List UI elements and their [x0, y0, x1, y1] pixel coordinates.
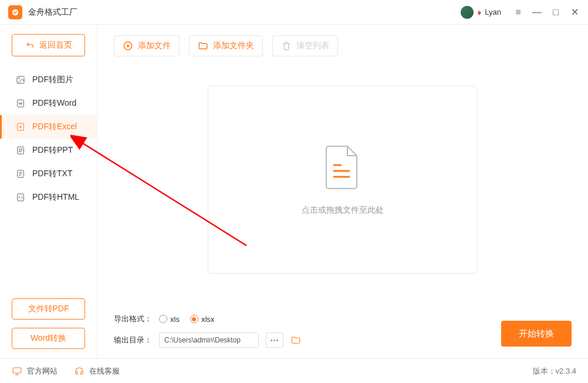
radio-xls[interactable]: xls — [159, 315, 180, 324]
sidebar: 返回首页 PDF转图片 PDF转Word PDF转Excel PDF转PPT P… — [0, 25, 97, 358]
document-icon — [324, 144, 361, 191]
sidebar-item-pdf-to-txt[interactable]: PDF转TXT — [0, 162, 97, 186]
official-website-link[interactable]: 官方网站 — [12, 366, 58, 377]
ppt-icon — [16, 146, 25, 155]
button-label: 开始转换 — [519, 328, 554, 340]
button-label: 添加文件 — [138, 41, 171, 51]
svg-rect-5 — [18, 147, 24, 154]
dropzone-hint: 点击或拖拽文件至此处 — [302, 205, 384, 216]
sidebar-item-label: PDF转Word — [32, 98, 76, 109]
link-label: 在线客服 — [89, 366, 120, 377]
open-folder-icon[interactable] — [290, 335, 301, 345]
maximize-icon[interactable]: □ — [550, 7, 561, 18]
word-convert-button[interactable]: Word转换 — [12, 328, 85, 349]
image-icon — [16, 75, 25, 85]
svg-point-2 — [18, 78, 19, 79]
sidebar-item-pdf-to-ppt[interactable]: PDF转PPT — [0, 139, 97, 162]
button-label: 文件转PDF — [28, 304, 69, 314]
sidebar-item-label: PDF转PPT — [32, 145, 73, 156]
file-dropzone[interactable]: 点击或拖拽文件至此处 — [208, 86, 478, 274]
radio-label: xlsx — [201, 315, 214, 324]
username[interactable]: Lyan — [485, 8, 501, 16]
button-label: Word转换 — [31, 333, 66, 344]
sidebar-item-label: PDF转图片 — [32, 75, 73, 85]
toolbar: 添加文件 添加文件夹 清空列表 — [114, 35, 572, 56]
sidebar-item-label: PDF转Excel — [32, 122, 77, 132]
sidebar-item-pdf-to-word[interactable]: PDF转Word — [0, 92, 97, 115]
vip-icon: ♦ — [477, 8, 481, 17]
excel-icon — [16, 122, 25, 132]
html-icon — [16, 193, 25, 202]
clear-list-button: 清空列表 — [272, 35, 338, 56]
sidebar-item-label: PDF转HTML — [32, 192, 79, 203]
add-file-button[interactable]: 添加文件 — [114, 35, 180, 56]
radio-label: xls — [170, 315, 180, 324]
file-to-pdf-button[interactable]: 文件转PDF — [12, 298, 85, 320]
minimize-icon[interactable]: — — [532, 7, 542, 18]
close-icon[interactable]: ✕ — [569, 6, 580, 18]
content-area: 添加文件 添加文件夹 清空列表 点击或拖拽文件至此处 — [97, 25, 588, 358]
titlebar: 金舟格式工厂 ♦ Lyan ≡ — □ ✕ — [0, 0, 588, 25]
sidebar-item-pdf-to-image[interactable]: PDF转图片 — [0, 68, 97, 92]
button-label: 清空列表 — [296, 41, 329, 51]
radio-xlsx[interactable]: xlsx — [190, 315, 214, 324]
word-icon — [16, 99, 25, 108]
monitor-icon — [12, 366, 22, 377]
trash-icon — [281, 41, 292, 51]
format-label: 导出格式： — [114, 314, 152, 324]
sidebar-item-pdf-to-html[interactable]: PDF转HTML — [0, 186, 97, 209]
app-logo — [8, 5, 22, 19]
start-convert-button[interactable]: 开始转换 — [501, 321, 572, 347]
sidebar-item-pdf-to-excel[interactable]: PDF转Excel — [0, 115, 97, 139]
version-info: 版本：v2.3.4 — [533, 366, 576, 377]
statusbar: 官方网站 在线客服 版本：v2.3.4 — [0, 358, 588, 383]
more-options-button[interactable]: ••• — [266, 332, 283, 348]
back-arrow-icon — [25, 41, 35, 50]
online-support-link[interactable]: 在线客服 — [74, 366, 120, 377]
output-path-input[interactable]: C:\Users\admin\Desktop — [159, 332, 259, 348]
link-label: 官方网站 — [27, 366, 58, 377]
output-label: 输出目录： — [114, 335, 152, 345]
txt-icon — [16, 169, 25, 179]
add-folder-button[interactable]: 添加文件夹 — [189, 35, 263, 56]
user-avatar[interactable] — [461, 6, 474, 19]
back-home-button[interactable]: 返回首页 — [12, 34, 85, 56]
svg-point-0 — [12, 9, 19, 15]
app-title: 金舟格式工厂 — [28, 7, 77, 18]
back-label: 返回首页 — [39, 40, 72, 51]
svg-rect-12 — [13, 368, 21, 373]
button-label: 添加文件夹 — [213, 41, 254, 51]
menu-icon[interactable]: ≡ — [513, 7, 523, 18]
folder-icon — [198, 41, 208, 51]
sidebar-item-label: PDF转TXT — [32, 169, 72, 179]
headset-icon — [74, 366, 85, 377]
plus-circle-icon — [123, 41, 133, 51]
